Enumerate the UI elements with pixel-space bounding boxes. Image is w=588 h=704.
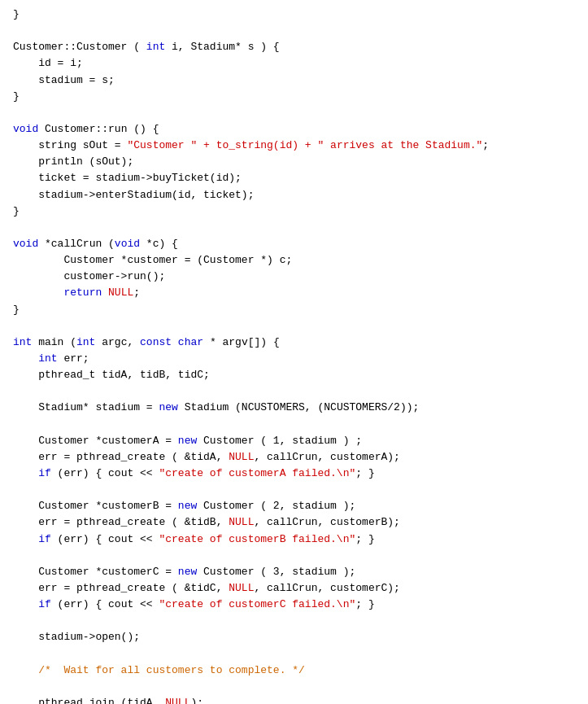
line-33: if (err) { cout << "create of customerB … <box>13 531 575 548</box>
line-41: /* Wait for all customers to complete. *… <box>13 662 575 679</box>
line-35: Customer *customerC = new Customer ( 3, … <box>13 564 575 580</box>
line-24 <box>13 383 575 400</box>
line-30 <box>13 482 575 498</box>
line-1: } <box>13 7 575 23</box>
line-16: Customer *customer = (Customer *) c; <box>13 252 575 269</box>
line-6: } <box>13 89 575 105</box>
line-5: stadium = s; <box>13 72 575 89</box>
line-31: Customer *customerB = new Customer ( 2, … <box>13 498 575 514</box>
line-25: Stadium* stadium = new Stadium (NCUSTOME… <box>13 400 575 416</box>
line-34 <box>13 548 575 564</box>
line-36: err = pthread_create ( &tidC, NULL, call… <box>13 580 575 597</box>
line-39: stadium->open(); <box>13 629 575 645</box>
line-9: string sOut = "Customer " + to_string(id… <box>13 138 575 154</box>
line-42 <box>13 679 575 695</box>
line-22: int err; <box>13 351 575 367</box>
line-2 <box>13 23 575 39</box>
line-14 <box>13 220 575 236</box>
line-32: err = pthread_create ( &tidB, NULL, call… <box>13 514 575 531</box>
line-12: stadium->enterStadium(id, ticket); <box>13 187 575 203</box>
code-viewer: } Customer::Customer ( int i, Stadium* s… <box>0 0 588 704</box>
line-27: Customer *customerA = new Customer ( 1, … <box>13 433 575 449</box>
line-37: if (err) { cout << "create of customerC … <box>13 597 575 613</box>
line-38 <box>13 613 575 629</box>
line-4: id = i; <box>13 55 575 72</box>
line-20 <box>13 318 575 335</box>
line-11: ticket = stadium->buyTicket(id); <box>13 170 575 186</box>
line-23: pthread_t tidA, tidB, tidC; <box>13 367 575 383</box>
line-18: return NULL; <box>13 285 575 301</box>
line-19: } <box>13 302 575 318</box>
line-10: println (sOut); <box>13 154 575 170</box>
line-26 <box>13 417 575 433</box>
line-40 <box>13 645 575 662</box>
line-28: err = pthread_create ( &tidA, NULL, call… <box>13 449 575 466</box>
line-43: pthread_join (tidA, NULL); <box>13 695 575 704</box>
line-15: void *callCrun (void *c) { <box>13 236 575 252</box>
line-29: if (err) { cout << "create of customerA … <box>13 466 575 482</box>
line-13: } <box>13 203 575 220</box>
line-21: int main (int argc, const char * argv[])… <box>13 335 575 351</box>
line-3: Customer::Customer ( int i, Stadium* s )… <box>13 39 575 55</box>
line-8: void Customer::run () { <box>13 121 575 138</box>
line-7 <box>13 105 575 121</box>
line-17: customer->run(); <box>13 269 575 285</box>
